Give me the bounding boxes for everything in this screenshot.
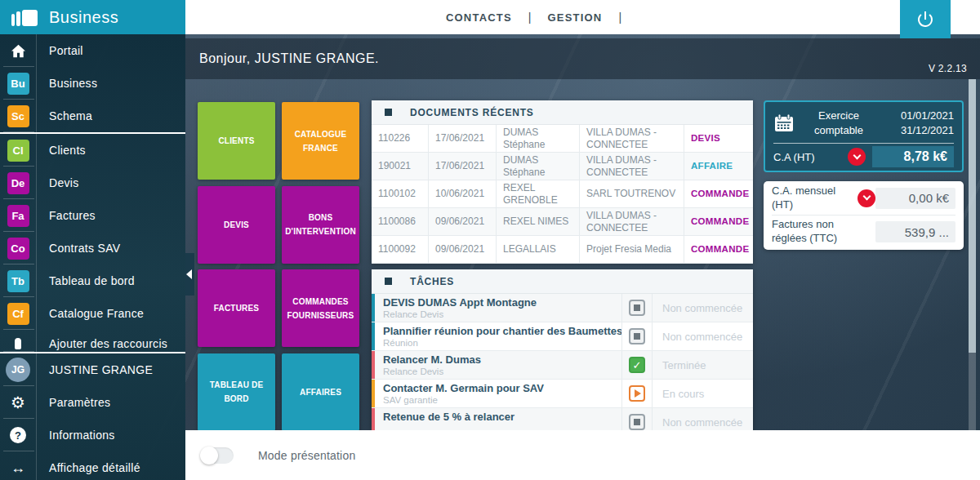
status-not-started-icon[interactable] (629, 414, 645, 430)
task-row[interactable]: Plannifier réunion pour chantier des Bau… (372, 322, 753, 351)
task-title: Relancer M. Dumas (383, 353, 621, 366)
nav-gestion[interactable]: GESTION (547, 11, 602, 24)
sidebar-item-informations[interactable]: ? Informations (0, 419, 185, 451)
brand-logo[interactable]: Business (0, 0, 185, 34)
doc-id[interactable]: 1100092 (372, 236, 429, 264)
task-title: Plannifier réunion pour chantier des Bau… (383, 325, 621, 337)
sidebar: Portail Bu Business Sc Schema Cl Clients… (0, 34, 185, 480)
monthly-revenue-label: C.A. mensuel (HT) (772, 184, 854, 212)
avatar: JG (6, 358, 30, 382)
nav-contacts[interactable]: CONTACTS (446, 11, 512, 24)
doc-party: DUMAS Stéphane (497, 125, 580, 153)
chevron-down-icon (862, 193, 871, 201)
logout-power-button[interactable] (900, 0, 951, 38)
presentation-mode-toggle[interactable] (201, 447, 234, 464)
bottom-bar: Mode présentation (185, 430, 980, 480)
contrats-badge-icon: Co (7, 238, 29, 260)
scrollbar-thumb[interactable] (969, 79, 976, 353)
recent-documents-title: DOCUMENTS RÉCENTS (410, 107, 534, 118)
sidebar-item-affichage-detaille[interactable]: ↔ Affichage détaillé (0, 451, 185, 480)
sidebar-item-parametres[interactable]: ⚙ Paramètres (0, 386, 185, 419)
tile-catalogue-france[interactable]: CATALOGUE FRANCE (282, 102, 359, 180)
toggle-knob (200, 447, 218, 464)
task-subtitle: Relance Devis (383, 309, 621, 319)
status-in-progress-icon[interactable] (629, 385, 645, 402)
chevron-left-icon (186, 269, 192, 279)
task-subtitle: Relance Devis (383, 367, 621, 376)
doc-party: REXEL NIMES (497, 208, 580, 236)
business-badge-icon: Bu (7, 73, 29, 95)
doc-label: SARL TOUTRENOV (580, 180, 684, 208)
sidebar-item-schema[interactable]: Sc Schema (0, 100, 185, 132)
sidebar-item-factures[interactable]: Fa Factures (0, 199, 185, 232)
fiscal-end-date: 31/12/2021 (878, 123, 954, 138)
arrows-icon: ↔ (11, 460, 25, 475)
brand-icon (11, 8, 38, 26)
tile-bons-intervention[interactable]: BONS D'INTERVENTION (282, 186, 359, 264)
tile-factures[interactable]: FACTURES (198, 269, 275, 347)
doc-party: REXEL GRENOBLE (497, 180, 580, 208)
power-icon (915, 10, 935, 29)
tile-tableau-de-bord[interactable]: TABLEAU DE BORD (198, 353, 275, 431)
doc-type: DEVIS (684, 125, 753, 153)
nav-separator: | (528, 11, 532, 24)
nav-separator: | (618, 11, 621, 24)
sidebar-collapse-handle[interactable] (185, 253, 194, 296)
task-row[interactable]: DEVIS DUMAS Appt Montagne Relance Devis … (372, 294, 753, 322)
shortcut-tiles: CLIENTS CATALOGUE FRANCE DEVIS BONS D'IN… (198, 102, 359, 431)
status-not-started-icon[interactable] (629, 300, 645, 316)
sidebar-item-devis[interactable]: De Devis (0, 167, 185, 199)
sidebar-item-contrats-sav[interactable]: Co Contrats SAV (0, 232, 185, 264)
doc-party: DUMAS Stéphane (497, 153, 580, 180)
unpaid-invoices-row: Factures non réglées (TTC) 539,9 ... (772, 215, 956, 248)
task-title: Retenue de 5 % à relancer (383, 411, 621, 423)
tile-clients[interactable]: CLIENTS (198, 102, 275, 180)
sidebar-item-clients[interactable]: Cl Clients (0, 134, 185, 167)
task-row[interactable]: Contacter M. Germain pour SAV SAV garant… (372, 380, 753, 408)
doc-id[interactable]: 1100102 (372, 180, 429, 208)
vertical-scrollbar[interactable] (969, 79, 976, 430)
doc-id[interactable]: 1100086 (372, 208, 429, 236)
tile-devis[interactable]: DEVIS (198, 186, 275, 264)
greeting-text: Bonjour, JUSTINE GRANGE. (185, 51, 379, 66)
clients-badge-icon: Cl (7, 140, 29, 162)
devis-badge-icon: De (7, 172, 29, 194)
tasks-title: TÂCHES (410, 276, 454, 287)
task-row[interactable]: Relancer M. Dumas Relance Devis ✓ Termin… (372, 351, 753, 380)
doc-date: 09/06/2021 (429, 208, 497, 236)
doc-type: COMMANDE (684, 208, 753, 236)
doc-date: 10/06/2021 (429, 180, 497, 208)
task-title: Contacter M. Germain pour SAV (383, 382, 621, 394)
doc-label: Projet Fresia Media (580, 236, 684, 264)
sidebar-item-business[interactable]: Bu Business (0, 67, 185, 100)
doc-id[interactable]: 190021 (372, 153, 429, 180)
sidebar-item-user[interactable]: JG JUSTINE GRANGE (0, 353, 185, 386)
sidebar-item-portail[interactable]: Portail (0, 34, 185, 67)
presentation-mode-label: Mode présentation (258, 449, 355, 462)
sidebar-item-tableau-de-bord[interactable]: Tb Tableau de bord (0, 264, 185, 297)
version-label: V 2.2.13 (929, 63, 967, 74)
section-square-icon (385, 109, 392, 116)
task-row[interactable]: Retenue de 5 % à relancer Non commencée (372, 408, 753, 430)
tile-commandes-fournisseurs[interactable]: COMMANDES FOURNISSEURS (282, 269, 359, 347)
sidebar-item-ajouter-raccourcis[interactable]: Ajouter des raccourcis (0, 330, 185, 352)
status-not-started-icon[interactable] (629, 328, 645, 344)
monthly-expand-button[interactable] (858, 189, 875, 207)
doc-date: 09/06/2021 (429, 236, 497, 264)
tile-affaires[interactable]: AFFAIRES (282, 353, 359, 431)
brand-name: Business (49, 8, 118, 27)
task-subtitle: SAV garantie (383, 395, 621, 405)
unpaid-invoices-label: Factures non réglées (TTC) (772, 218, 857, 246)
documents-table: 110226 17/06/2021 DUMAS Stéphane VILLA D… (372, 125, 753, 264)
recent-documents-card: DOCUMENTS RÉCENTS 110226 17/06/2021 DUMA… (372, 100, 753, 264)
section-square-icon (385, 278, 392, 285)
pin-icon (15, 338, 21, 349)
sidebar-item-catalogue-france[interactable]: Cf Catalogue France (0, 297, 185, 330)
doc-type: COMMANDE (684, 180, 753, 208)
top-navigation: CONTACTS | GESTION | (185, 0, 882, 34)
status-done-icon[interactable]: ✓ (629, 357, 645, 373)
ca-ht-label: C.A (HT) (773, 151, 848, 163)
task-status: Non commencée (653, 408, 753, 430)
doc-id[interactable]: 110226 (372, 125, 429, 153)
ca-expand-button[interactable] (848, 148, 866, 166)
